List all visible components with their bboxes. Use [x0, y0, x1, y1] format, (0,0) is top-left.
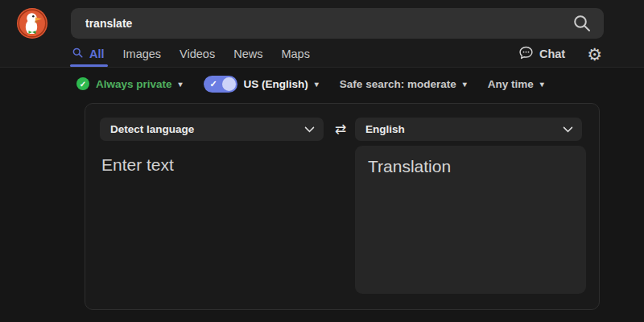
duckduckgo-serp: All Images Videos News Maps	[0, 0, 644, 322]
search-icon[interactable]	[572, 13, 592, 34]
translate-input[interactable]	[101, 152, 331, 299]
tab-label: Videos	[180, 47, 215, 60]
tab-label: All	[89, 47, 105, 60]
time-filter-dropdown[interactable]: Any time ▾	[488, 78, 544, 90]
chevron-down-icon	[563, 122, 573, 133]
settings-gear-icon[interactable]: ⚙	[587, 46, 602, 63]
target-language-value: English	[365, 123, 405, 135]
duckduckgo-logo-icon[interactable]	[16, 7, 48, 39]
toggle-knob	[222, 77, 236, 91]
tab-label: News	[233, 47, 262, 60]
chat-bubble-icon	[518, 45, 534, 63]
privacy-check-icon: ✓	[76, 77, 89, 90]
tab-images[interactable]: Images	[123, 43, 162, 64]
tab-label: Images	[123, 47, 162, 60]
source-language-value: Detect language	[110, 123, 194, 135]
search-tabs: All Images Videos News Maps	[72, 43, 310, 64]
chevron-down-icon	[304, 122, 315, 133]
tab-news[interactable]: News	[233, 43, 262, 64]
swap-languages-button[interactable]: ⇄	[328, 118, 353, 141]
translator-card: Detect language ⇄ English Translation	[85, 103, 600, 310]
chat-label: Chat	[539, 47, 565, 60]
header-actions: Chat ⚙	[518, 43, 602, 65]
header: All Images Videos News Maps	[0, 0, 644, 68]
chat-button[interactable]: Chat	[518, 45, 565, 63]
filter-bar: ✓ Always private ▾ ✓ US (English) ▾ Safe…	[76, 74, 544, 93]
time-filter-label: Any time	[488, 78, 534, 90]
translate-output: Translation	[355, 146, 586, 294]
target-language-select[interactable]: English	[355, 118, 582, 141]
caret-down-icon: ▾	[315, 80, 319, 89]
region-dropdown: ✓ US (English) ▾	[204, 76, 319, 93]
caret-down-icon: ▾	[463, 80, 467, 89]
safe-search-label: Safe search: moderate	[340, 78, 456, 90]
privacy-dropdown[interactable]: ✓ Always private ▾	[76, 77, 183, 90]
translate-output-placeholder: Translation	[368, 157, 451, 175]
privacy-label: Always private	[96, 78, 172, 90]
tab-all[interactable]: All	[72, 43, 105, 64]
toggle-check-icon: ✓	[210, 79, 217, 89]
safe-search-dropdown[interactable]: Safe search: moderate ▾	[340, 78, 467, 90]
source-language-select[interactable]: Detect language	[100, 118, 324, 141]
tab-label: Maps	[281, 47, 309, 60]
tab-maps[interactable]: Maps	[281, 43, 309, 64]
caret-down-icon: ▾	[540, 80, 544, 89]
active-tab-underline	[70, 64, 108, 67]
caret-down-icon: ▾	[179, 80, 183, 89]
region-toggle[interactable]: ✓	[204, 76, 237, 93]
search-input[interactable]	[71, 8, 604, 39]
region-label[interactable]: US (English)	[244, 78, 308, 90]
search-tab-icon	[72, 47, 84, 61]
tab-videos[interactable]: Videos	[180, 43, 215, 64]
